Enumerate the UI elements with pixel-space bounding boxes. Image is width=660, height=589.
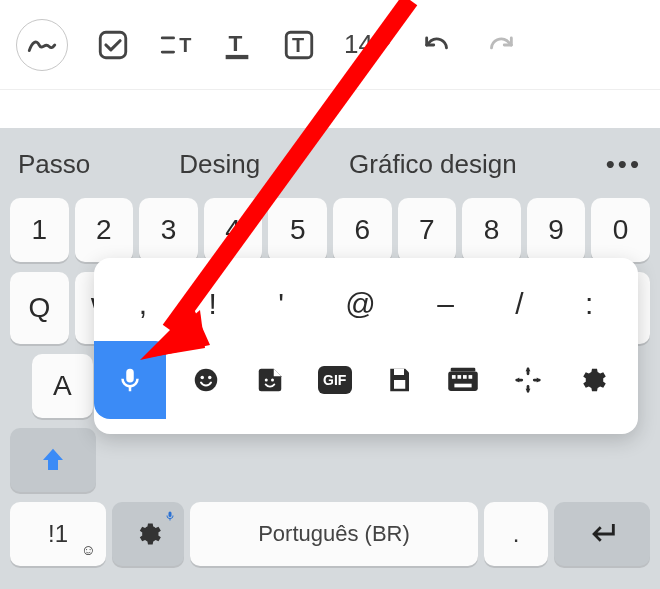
font-size-dropdown[interactable]: 14 — [344, 29, 393, 60]
save-icon — [384, 365, 414, 395]
suggestion-2[interactable]: Desing — [179, 149, 260, 180]
keyboard-icon — [447, 365, 479, 395]
undo-button[interactable] — [421, 28, 455, 62]
punct-colon[interactable]: : — [585, 287, 593, 321]
period-key-label: . — [513, 520, 520, 548]
svg-point-6 — [195, 369, 218, 392]
punct-comma[interactable]: , — [139, 287, 147, 321]
more-suggestions-button[interactable]: ••• — [606, 149, 642, 180]
svg-point-9 — [265, 379, 268, 382]
spacebar-label: Português (BR) — [258, 521, 410, 547]
chevron-down-icon — [377, 37, 393, 53]
symbols-key[interactable]: !1 ☺ — [10, 502, 106, 566]
key-8[interactable]: 8 — [462, 198, 521, 262]
punct-at[interactable]: @ — [345, 287, 375, 321]
key-1[interactable]: 1 — [10, 198, 69, 262]
key-3[interactable]: 3 — [139, 198, 198, 262]
key-0[interactable]: 0 — [591, 198, 650, 262]
number-row: 1 2 3 4 5 6 7 8 9 0 — [0, 198, 660, 262]
key-a[interactable]: A — [32, 354, 93, 418]
svg-point-8 — [208, 376, 212, 380]
key-q[interactable]: Q — [10, 272, 69, 344]
svg-point-7 — [201, 376, 205, 380]
shift-icon — [38, 445, 68, 475]
svg-rect-15 — [458, 375, 462, 379]
svg-rect-16 — [463, 375, 467, 379]
svg-rect-13 — [448, 371, 478, 391]
spacebar[interactable]: Português (BR) — [190, 502, 478, 566]
sticker-icon — [255, 365, 285, 395]
bottom-row: !1 ☺ Português (BR) . — [0, 502, 660, 566]
key-9[interactable]: 9 — [527, 198, 586, 262]
svg-text:T: T — [292, 34, 304, 56]
pen-tool-button[interactable] — [16, 19, 68, 71]
shift-key[interactable] — [10, 428, 96, 492]
suggestion-1[interactable]: Passo — [18, 149, 90, 180]
qwerty-row-3 — [0, 428, 660, 492]
keyboard-modes-button[interactable] — [446, 363, 480, 397]
key-4[interactable]: 4 — [204, 198, 263, 262]
period-key[interactable]: . — [484, 502, 548, 566]
keyboard-resize-button[interactable] — [511, 363, 545, 397]
svg-text:T: T — [179, 34, 191, 56]
key-7[interactable]: 7 — [398, 198, 457, 262]
enter-icon — [585, 517, 619, 551]
suggestion-3[interactable]: Gráfico design — [349, 149, 517, 180]
svg-rect-19 — [451, 368, 476, 372]
gear-icon — [134, 520, 162, 548]
symbols-key-label: !1 — [48, 520, 68, 548]
screenshot-root: T T T 14 Passo Desing Gráfico design •••… — [0, 0, 660, 589]
redo-button[interactable] — [483, 28, 517, 62]
mic-icon — [115, 365, 145, 395]
svg-point-10 — [271, 379, 274, 382]
punct-apos[interactable]: ' — [278, 287, 284, 321]
svg-rect-18 — [455, 384, 472, 388]
punct-dash[interactable]: – — [437, 287, 454, 321]
svg-rect-14 — [452, 375, 456, 379]
editor-toolbar: T T T 14 — [0, 0, 660, 90]
gif-icon: GIF — [318, 366, 352, 394]
punctuation-row: , ! ' @ – / : — [94, 268, 638, 340]
move-icon — [513, 365, 543, 395]
svg-rect-3 — [226, 54, 249, 58]
sticker-button[interactable] — [253, 363, 287, 397]
emoji-hint-icon: ☺ — [81, 541, 96, 558]
tools-row: GIF — [94, 340, 638, 420]
font-size-value: 14 — [344, 29, 373, 60]
voice-input-button[interactable] — [94, 341, 166, 419]
key-2[interactable]: 2 — [75, 198, 134, 262]
clipboard-button[interactable] — [382, 363, 416, 397]
settings-key[interactable] — [112, 502, 184, 566]
text-format-button[interactable]: T — [158, 28, 192, 62]
svg-rect-12 — [394, 380, 405, 389]
svg-rect-11 — [394, 369, 404, 375]
text-highlight-button[interactable]: T — [282, 28, 316, 62]
gear-icon — [577, 365, 607, 395]
enter-key[interactable] — [554, 502, 650, 566]
checkbox-tool-button[interactable] — [96, 28, 130, 62]
gif-button[interactable]: GIF — [318, 363, 352, 397]
svg-rect-0 — [100, 32, 126, 58]
emoji-icon — [191, 365, 221, 395]
keyboard-tools-popup: , ! ' @ – / : GIF — [94, 258, 638, 434]
punct-slash[interactable]: / — [515, 287, 523, 321]
keyboard-settings-button[interactable] — [575, 363, 609, 397]
scribble-icon — [25, 28, 59, 62]
suggestion-bar: Passo Desing Gráfico design ••• — [0, 138, 660, 190]
key-5[interactable]: 5 — [268, 198, 327, 262]
emoji-button[interactable] — [189, 363, 223, 397]
punct-exclaim[interactable]: ! — [208, 287, 216, 321]
mic-hint-icon — [164, 508, 176, 526]
svg-text:T: T — [229, 29, 243, 55]
text-color-button[interactable]: T — [220, 28, 254, 62]
svg-rect-17 — [469, 375, 473, 379]
key-6[interactable]: 6 — [333, 198, 392, 262]
